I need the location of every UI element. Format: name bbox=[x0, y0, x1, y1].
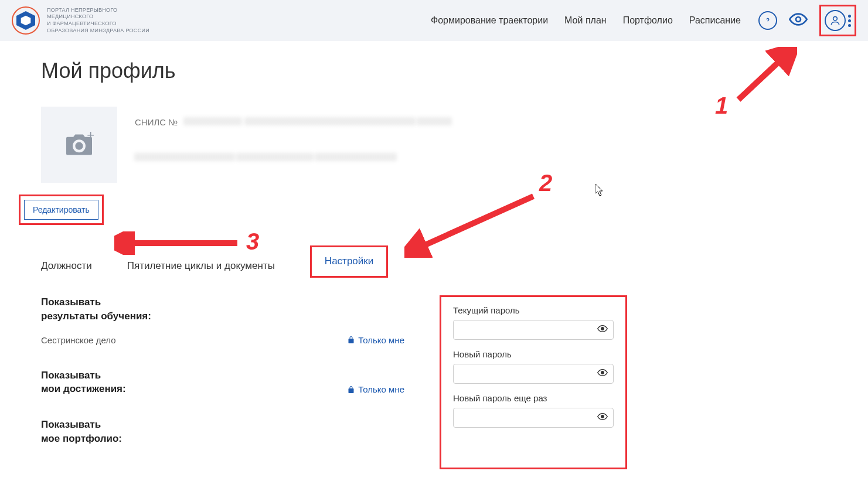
svg-point-0 bbox=[796, 17, 801, 22]
show-results-label: Показывать результаты обучения: bbox=[41, 295, 404, 323]
help-icon[interactable] bbox=[758, 11, 777, 30]
logo-text: ПОРТАЛ НЕПРЕРЫВНОГО МЕДИЦИНСКОГО И ФАРМА… bbox=[47, 7, 149, 35]
page-title: Мой профиль bbox=[41, 59, 827, 83]
edit-button-highlight: Редактировать bbox=[19, 195, 104, 225]
tabs: Должности Пятилетние циклы и документы Н… bbox=[41, 254, 827, 278]
visibility-nursing[interactable]: Только мне bbox=[348, 335, 404, 345]
header: ПОРТАЛ НЕПРЕРЫВНОГО МЕДИЦИНСКОГО И ФАРМА… bbox=[0, 0, 868, 41]
visibility-icon[interactable] bbox=[789, 13, 808, 28]
header-icons bbox=[758, 5, 856, 36]
repeat-password-label: Новый пароль еще раз bbox=[453, 393, 614, 403]
info-blurred-2 bbox=[135, 153, 234, 161]
photo-placeholder[interactable]: + bbox=[41, 107, 117, 183]
photo-block: + Редактировать bbox=[41, 107, 117, 225]
visibility-achievements[interactable]: Только мне bbox=[348, 384, 404, 394]
profile-icon[interactable] bbox=[825, 10, 846, 31]
nav-my-plan[interactable]: Мой план bbox=[564, 15, 607, 26]
dots-menu-icon[interactable] bbox=[848, 15, 851, 27]
eye-toggle-icon[interactable] bbox=[597, 325, 608, 335]
repeat-password-input[interactable] bbox=[453, 408, 614, 428]
new-password-input[interactable] bbox=[453, 364, 614, 384]
snils-value-blurred bbox=[184, 117, 243, 125]
lock-icon bbox=[348, 386, 355, 394]
nav-portfolio[interactable]: Портфолио bbox=[623, 15, 673, 26]
tab-settings-highlight: Настройки bbox=[310, 245, 388, 278]
info-blurred-3 bbox=[237, 153, 313, 161]
svg-point-2 bbox=[601, 328, 604, 330]
profile-section: + Редактировать СНИЛС № bbox=[41, 107, 827, 225]
logo-block: ПОРТАЛ НЕПРЕРЫВНОГО МЕДИЦИНСКОГО И ФАРМА… bbox=[12, 6, 149, 35]
snils-label: СНИЛС № bbox=[135, 117, 178, 127]
password-panel: Текущий пароль Новый пароль bbox=[440, 295, 627, 469]
tab-cycles[interactable]: Пятилетние циклы и документы bbox=[127, 254, 275, 278]
svg-point-3 bbox=[601, 371, 604, 374]
svg-point-4 bbox=[601, 415, 604, 418]
info-blurred-4 bbox=[315, 153, 397, 161]
nursing-label: Сестринское дело bbox=[41, 335, 116, 345]
profile-icon-highlight bbox=[819, 5, 856, 36]
show-portfolio-label: Показывать мое портфолио: bbox=[41, 418, 404, 446]
main-nav: Формирование траектории Мой план Портфол… bbox=[431, 15, 741, 26]
name-blurred bbox=[245, 117, 415, 125]
tab-positions[interactable]: Должности bbox=[41, 254, 92, 278]
new-password-label: Новый пароль bbox=[453, 349, 614, 359]
svg-point-1 bbox=[833, 16, 838, 21]
nav-schedule[interactable]: Расписание bbox=[689, 15, 741, 26]
settings-visibility: Показывать результаты обучения: Сестринс… bbox=[41, 295, 404, 469]
eye-toggle-icon[interactable] bbox=[597, 412, 608, 423]
tab-settings[interactable]: Настройки bbox=[325, 255, 373, 267]
eye-toggle-icon[interactable] bbox=[597, 369, 608, 379]
current-password-input[interactable] bbox=[453, 320, 614, 340]
settings-section: Показывать результаты обучения: Сестринс… bbox=[41, 295, 827, 469]
profile-info: СНИЛС № bbox=[135, 107, 452, 225]
current-password-label: Текущий пароль bbox=[453, 305, 614, 315]
plus-icon: + bbox=[87, 128, 94, 143]
nav-trajectory[interactable]: Формирование траектории bbox=[431, 15, 548, 26]
lock-icon bbox=[348, 336, 355, 344]
logo-icon bbox=[12, 6, 40, 35]
info-blurred-1 bbox=[417, 117, 452, 125]
edit-button[interactable]: Редактировать bbox=[24, 200, 98, 220]
